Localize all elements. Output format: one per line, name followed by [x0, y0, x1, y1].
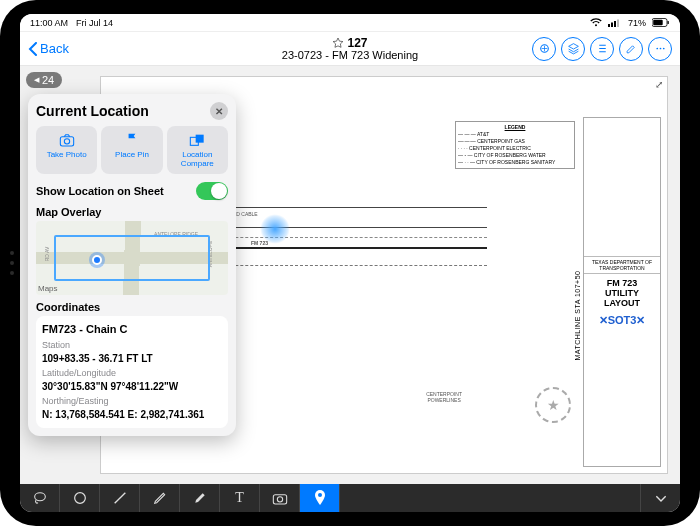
matchline-label: MATCHLINE STA 107+50 [574, 271, 581, 361]
title-block: TEXAS DEPARTMENT OF TRANSPORTATION FM 72… [583, 117, 661, 467]
badge-count: 24 [42, 74, 54, 86]
svg-point-12 [64, 139, 69, 144]
circle-tool[interactable] [60, 484, 100, 512]
map-attribution: Maps [38, 284, 58, 293]
svg-rect-3 [617, 20, 619, 28]
map-overlay-label: Map Overlay [36, 206, 228, 218]
svg-point-18 [277, 497, 282, 502]
map-pin [92, 255, 102, 265]
sheet-frame-overlay [54, 235, 210, 281]
toggle-label: Show Location on Sheet [36, 185, 164, 197]
svg-rect-14 [196, 135, 204, 143]
svg-rect-1 [611, 23, 613, 28]
show-location-toggle[interactable] [196, 182, 228, 200]
content-area[interactable]: ⤢ LEGEND — — — AT&T —·—·— CENTERPOINT GA… [20, 66, 680, 484]
map-overlay[interactable]: RD AV ANTELOPE RIDGE ANTELOPE Maps [36, 221, 228, 295]
latlon-value: 30°30'15.83"N 97°48'11.22"W [42, 380, 222, 394]
revision-stamp: ✕SOT3✕ [584, 312, 660, 329]
camera-tool[interactable] [260, 484, 300, 512]
battery-pct: 71% [628, 18, 646, 28]
svg-rect-6 [668, 21, 669, 24]
status-date: Fri Jul 14 [76, 18, 113, 28]
nav-title: 127 23-0723 - FM 723 Widening [20, 37, 680, 61]
battery-icon [652, 18, 670, 27]
close-panel-button[interactable]: ✕ [210, 102, 228, 120]
compare-icon [169, 132, 226, 148]
engineer-seal [535, 387, 571, 423]
status-bar: 11:00 AM Fri Jul 14 71% [20, 14, 680, 32]
legend-title: LEGEND [458, 124, 572, 131]
take-photo-button[interactable]: Take Photo [36, 126, 97, 174]
markup-count-badge[interactable]: 24 [26, 72, 62, 88]
camera-icon [38, 132, 95, 148]
text-tool[interactable]: T [220, 484, 260, 512]
place-pin-button[interactable]: Place Pin [101, 126, 162, 174]
svg-point-16 [74, 493, 85, 504]
toolbar-collapse[interactable] [640, 484, 680, 512]
nav-subtitle: 23-0723 - FM 723 Widening [20, 49, 680, 61]
chain-name: FM723 - Chain C [42, 322, 222, 336]
svg-rect-0 [608, 24, 610, 27]
svg-rect-17 [273, 495, 286, 504]
pen-tool[interactable] [140, 484, 180, 512]
panel-title: Current Location [36, 103, 149, 119]
svg-rect-2 [614, 21, 616, 27]
station-value: 109+83.35 - 36.71 FT LT [42, 352, 222, 366]
legend-box: LEGEND — — — AT&T —·—·— CENTERPOINT GAS … [455, 121, 575, 169]
current-location-panel: Current Location ✕ Take Photo Place Pin … [28, 94, 236, 436]
powerline-note: CENTERPOINT POWERLINES [426, 391, 462, 403]
flag-icon [103, 132, 160, 148]
pin-tool[interactable] [300, 484, 340, 512]
coordinates-card: FM723 - Chain C Station 109+83.35 - 36.7… [36, 316, 228, 428]
markup-toolbar: T [20, 484, 680, 512]
svg-rect-11 [60, 137, 73, 146]
cell-icon [608, 18, 622, 27]
status-time: 11:00 AM [30, 18, 68, 28]
nav-bar: Back 127 23-0723 - FM 723 Widening [20, 32, 680, 66]
star-icon[interactable] [332, 37, 344, 49]
svg-point-19 [318, 493, 322, 497]
lasso-tool[interactable] [20, 484, 60, 512]
ne-value: N: 13,768,584.541 E: 2,982,741.361 [42, 408, 222, 422]
svg-rect-5 [653, 20, 663, 26]
wifi-icon [590, 18, 602, 27]
coords-heading: Coordinates [36, 301, 228, 313]
line-tool[interactable] [100, 484, 140, 512]
svg-point-15 [34, 493, 45, 501]
location-compare-button[interactable]: Location Compare [167, 126, 228, 174]
expand-icon[interactable]: ⤢ [655, 79, 663, 90]
page-number: 127 [347, 37, 367, 49]
highlighter-tool[interactable] [180, 484, 220, 512]
